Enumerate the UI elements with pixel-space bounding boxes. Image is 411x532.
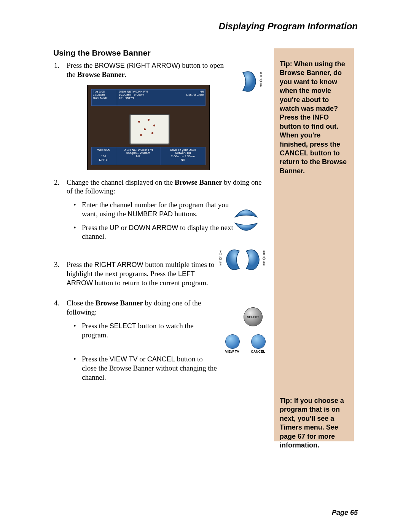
banner-bot-left: Wed 6/09 101 DNFYI <box>92 147 116 165</box>
tip-2: Tip: If you choose a program that is on … <box>274 176 354 450</box>
term-browse-banner: Browse Banner <box>175 178 222 186</box>
text: . <box>125 70 127 78</box>
tip-sidebar: Tip: When using the Browse Banner, do yo… <box>274 48 354 441</box>
text: Close the <box>67 299 96 307</box>
themes-left-button-icon <box>224 249 241 270</box>
section-title: Using the Browse Banner <box>53 48 151 58</box>
text: DNFYI <box>93 158 114 162</box>
button-ref-select: SELECT <box>110 322 136 330</box>
banner-top-mid: DISH NETWORK FYI 10:00am – 6:00pm 101 DN… <box>117 89 180 105</box>
text: Press the <box>82 224 110 232</box>
cancel-button-icon <box>251 334 266 349</box>
button-ref-up: UP <box>110 224 119 232</box>
page-header: Displaying Program Information <box>219 21 358 32</box>
step-4-bullet-1: Press the SELECT button to watch the pro… <box>67 321 219 340</box>
text: buttons. <box>173 210 198 218</box>
browse-label: B R O W S E <box>260 72 263 88</box>
step-num-2: 2. <box>54 178 59 187</box>
step-4-bullet-2: Press the VIEW TV or CANCEL button to cl… <box>67 355 219 382</box>
button-ref-cancel: CANCEL <box>147 355 175 363</box>
button-ref-down: DOWN ARROW <box>129 224 178 232</box>
step-num-4: 4. <box>54 299 59 308</box>
button-ref-right-arrow: RIGHT ARROW <box>94 261 143 268</box>
browse-right-button-icon <box>244 249 262 270</box>
text: NR <box>162 158 204 162</box>
text: List: All Chan <box>181 93 204 97</box>
step-4: 4. Close the Browse Banner by doing one … <box>67 299 219 382</box>
term-browse-banner: Browse Banner <box>96 299 143 307</box>
button-ref-numberpad: NUMBER PAD <box>127 210 173 218</box>
text: or <box>119 224 129 232</box>
cancel-label: CANCEL <box>247 350 269 353</box>
banner-top: Tue 6/08 12:21pm Dual Mode DISH NETWORK … <box>91 89 206 106</box>
text: Press the <box>82 355 110 363</box>
screenshot-browse-banner: Tue 6/08 12:21pm Dual Mode DISH NETWORK … <box>87 85 210 170</box>
button-ref-browse: BROWSE (RIGHT ARROW) <box>94 62 180 69</box>
viewtv-button-icon <box>225 334 240 349</box>
text: Press the <box>67 61 94 69</box>
step-num-3: 3. <box>54 260 59 269</box>
text: NR <box>118 155 159 158</box>
text: Press the <box>67 260 94 268</box>
text: or <box>138 355 147 363</box>
banner-top-left: Tue 6/08 12:21pm Dual Mode <box>92 89 117 105</box>
viewtv-label: VIEW TV <box>221 350 244 353</box>
step-num-1: 1. <box>54 61 59 70</box>
page-number: Page 65 <box>332 509 358 517</box>
text: Change the channel displayed on the <box>67 178 175 186</box>
browse-label-2: B R O W S E <box>263 251 266 266</box>
browse-button-icon <box>241 71 258 92</box>
step-2-bullet-2: Press the UP or DOWN ARROW to display th… <box>67 223 234 241</box>
text: 101 DNFYI <box>119 97 178 100</box>
banner-bot-right: Save on your DISH Network bill 2:00am – … <box>161 147 206 165</box>
page: Displaying Program Information Using the… <box>0 0 411 532</box>
step-1: 1. Press the BROWSE (RIGHT ARROW) button… <box>67 61 230 170</box>
up-down-arrow-icon <box>231 205 261 235</box>
banner-top-right: NR List: All Chan <box>180 89 205 105</box>
themes-label: T H E M E S <box>219 251 222 266</box>
step-2-bullet-1: Enter the channel number for the program… <box>67 200 234 219</box>
step-3: 3. Press the RIGHT ARROW button multiple… <box>67 260 219 287</box>
tv-screen <box>129 114 170 145</box>
text: Press the <box>82 322 110 330</box>
text: Dual Mode <box>93 97 116 100</box>
text: button to return to the current program. <box>93 279 208 287</box>
select-label: SELECT <box>247 315 259 319</box>
button-ref-viewtv: VIEW TV <box>110 355 138 363</box>
banner-bot-mid: DISH NETWORK FYI 6:00pm – 2:00am NR <box>116 147 161 165</box>
term-browse-banner: Browse Banner <box>77 70 125 78</box>
tip-1: Tip: When using the Browse Banner, do yo… <box>274 48 354 176</box>
banner-bottom: Wed 6/09 101 DNFYI DISH NETWORK FYI 6:00… <box>91 147 206 165</box>
select-button-icon: SELECT <box>244 307 263 326</box>
